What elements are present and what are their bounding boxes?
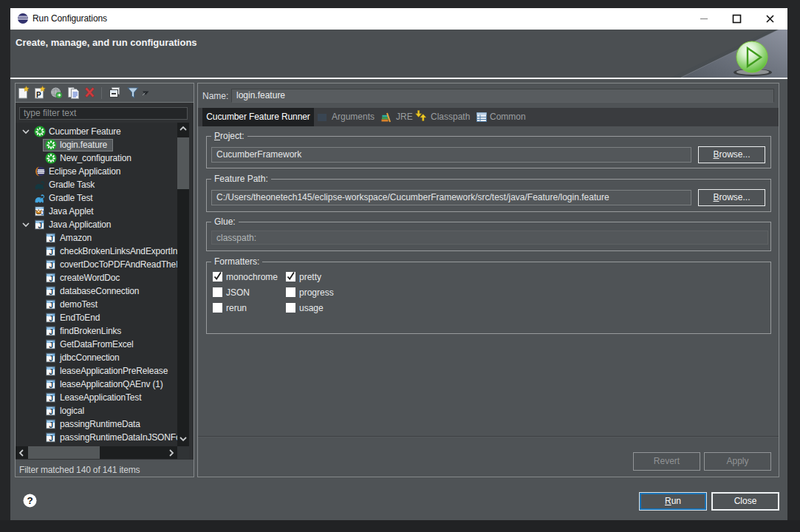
svg-text:?: ? xyxy=(27,495,33,506)
svg-text:P: P xyxy=(36,91,41,99)
